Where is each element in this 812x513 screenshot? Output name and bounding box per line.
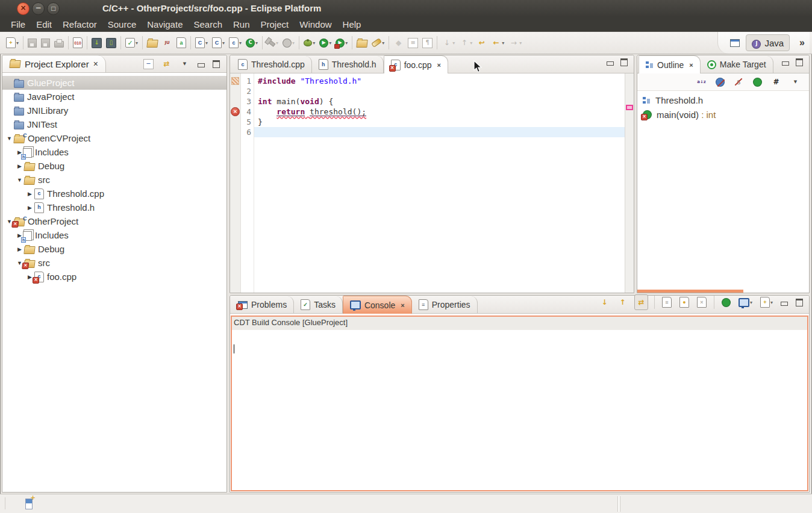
menu-navigate[interactable]: Navigate xyxy=(142,19,188,30)
close-view-icon[interactable]: × xyxy=(93,59,98,69)
expander-expanded-icon[interactable]: ▼ xyxy=(15,177,24,183)
tree-item-jnilibrary[interactable]: JNILibrary xyxy=(2,104,226,117)
show-whitespace-button[interactable]: ¶ xyxy=(421,36,434,50)
maximize-button[interactable] xyxy=(211,57,221,71)
menu-edit[interactable]: Edit xyxy=(31,19,57,30)
console-output[interactable] xyxy=(232,330,807,491)
open-console-button[interactable]: +▾ xyxy=(759,295,774,309)
tree-item-debug[interactable]: ▶Debug xyxy=(2,242,226,256)
tab-tasks[interactable]: ✓Tasks xyxy=(294,296,343,313)
close-tab-icon[interactable]: × xyxy=(689,61,693,69)
expander-expanded-icon[interactable]: ▼ xyxy=(5,135,14,141)
tab-threshold-h[interactable]: hThreshold.h xyxy=(312,56,384,73)
menu-project[interactable]: Project xyxy=(255,19,295,30)
android-sdk-manager-button[interactable]: ↓ xyxy=(90,36,103,50)
tree-item-threshold-h[interactable]: ▶hThreshold.h xyxy=(2,201,226,214)
maximize-button[interactable] xyxy=(795,295,804,309)
minimize-button[interactable] xyxy=(605,55,615,69)
tab-make-target[interactable]: Make Target xyxy=(701,56,773,73)
back-button[interactable]: ←▾ xyxy=(490,36,505,50)
window-maximize-button[interactable]: □ xyxy=(47,2,60,15)
minimize-button[interactable] xyxy=(196,57,206,71)
debug-button[interactable]: ▾ xyxy=(302,36,316,50)
menu-source[interactable]: Source xyxy=(102,19,142,30)
link-console-button[interactable]: ⇄ xyxy=(634,294,648,310)
code-editor[interactable]: #include "Threshold.h"int main(void) { r… xyxy=(254,73,625,293)
new-android-xml-button[interactable]: a xyxy=(175,36,187,50)
menu-run[interactable]: Run xyxy=(228,19,255,30)
view-menu-button[interactable]: ▼ xyxy=(789,75,802,89)
tree-item-threshold-cpp[interactable]: ▶cThreshold.cpp xyxy=(2,187,226,201)
tab-outline[interactable]: Outline× xyxy=(639,55,701,73)
menu-refactor[interactable]: Refactor xyxy=(57,19,102,30)
tree-item-jnitest[interactable]: JNITest xyxy=(2,117,226,131)
minimize-button[interactable] xyxy=(779,295,789,309)
forward-button[interactable]: →▾ xyxy=(507,36,523,50)
occurrence-marker[interactable] xyxy=(230,76,240,86)
java-perspective-button[interactable]: J Java xyxy=(746,34,790,51)
tab-properties[interactable]: ≡Properties xyxy=(412,296,478,313)
tab-threshold-cpp[interactable]: cThreshold.cpp xyxy=(231,56,312,73)
minimize-button[interactable] xyxy=(781,55,790,69)
tab-foo-cpp[interactable]: c×foo.cpp× xyxy=(384,55,448,73)
scroll-lock-button[interactable]: ● xyxy=(678,295,690,309)
fast-view-tray-icon[interactable] xyxy=(25,499,33,509)
clear-console-button[interactable]: × xyxy=(696,295,708,309)
scroll-to-bottom-button[interactable]: ↓ xyxy=(598,295,611,309)
run-external-button[interactable]: ▶▾ xyxy=(334,36,349,50)
toolbar-overflow-chevron[interactable]: » xyxy=(799,37,805,48)
window-close-button[interactable]: × xyxy=(17,2,30,15)
hide-fields-button[interactable] xyxy=(714,75,726,89)
hide-non-public-button[interactable] xyxy=(752,75,763,89)
display-console-button[interactable]: ▾ xyxy=(737,295,754,309)
print-button[interactable] xyxy=(53,36,65,50)
save-button[interactable] xyxy=(27,36,38,50)
sort-button[interactable]: a↓z xyxy=(695,75,708,89)
new-android-project-button[interactable] xyxy=(146,36,159,50)
tree-item-includes[interactable]: ▶hIncludes xyxy=(2,145,226,159)
expander-collapsed-icon[interactable]: ▶ xyxy=(15,163,24,169)
word-wrap-button[interactable]: ≡ xyxy=(661,295,673,309)
tree-item-foo-cpp[interactable]: ▶c×foo.cpp xyxy=(2,270,226,284)
search-button[interactable]: ▾ xyxy=(370,36,386,50)
run-button[interactable]: ▶▾ xyxy=(318,36,333,50)
show-source-button[interactable]: ≡ xyxy=(407,36,419,50)
android-device-manager-button[interactable]: ▯ xyxy=(105,36,117,50)
tab-problems[interactable]: ×Problems xyxy=(231,296,294,313)
link-with-editor-button[interactable]: ⇄ xyxy=(160,57,173,71)
view-menu-button[interactable]: ▼ xyxy=(178,57,191,71)
new-c-project-button[interactable]: C▾ xyxy=(194,36,209,50)
close-tab-icon[interactable]: × xyxy=(437,61,441,69)
save-all-button[interactable] xyxy=(40,36,51,50)
new-c-source-button[interactable]: c▾ xyxy=(228,36,243,50)
hide-inactive-button[interactable]: # xyxy=(770,75,782,89)
expander-collapsed-icon[interactable]: ▶ xyxy=(25,205,34,211)
error-marker[interactable]: × xyxy=(230,107,240,117)
toggle-checkbox-button[interactable]: ✓▾ xyxy=(124,36,139,50)
new-cpp-source-button[interactable]: C▾ xyxy=(211,36,226,50)
next-annotation-button[interactable]: ↓▾ xyxy=(440,36,456,50)
expander-collapsed-icon[interactable]: ▶ xyxy=(25,191,34,197)
editor-marker-gutter[interactable]: × xyxy=(230,73,241,293)
scroll-to-top-button[interactable]: ↑ xyxy=(616,295,629,309)
menu-help[interactable]: Help xyxy=(337,19,367,30)
collapse-all-button[interactable]: − xyxy=(142,57,155,71)
manage-configurations-button[interactable]: C▾ xyxy=(245,36,259,50)
format-button[interactable]: ◆ xyxy=(392,36,405,50)
hide-static-button[interactable]: s xyxy=(732,75,745,89)
tree-item-debug[interactable]: ▶Debug xyxy=(2,159,226,173)
outline-item-main-void[interactable]: ×main(void) : int xyxy=(637,107,809,122)
build-button[interactable]: ▾ xyxy=(266,36,280,50)
window-minimize-button[interactable]: − xyxy=(32,2,45,15)
expander-collapsed-icon[interactable]: ▶ xyxy=(15,246,24,252)
last-edit-location-button[interactable]: ↩ xyxy=(475,36,488,50)
tab-console[interactable]: Console× xyxy=(343,296,412,314)
previous-annotation-button[interactable]: ↑▾ xyxy=(458,36,473,50)
overview-ruler[interactable] xyxy=(625,73,634,293)
tab-project-explorer[interactable]: Project Explorer × xyxy=(2,55,106,72)
maximize-button[interactable] xyxy=(795,55,804,69)
tree-item-src[interactable]: ▼src xyxy=(2,173,226,187)
pin-console-button[interactable] xyxy=(720,295,732,309)
tree-item-otherproject[interactable]: ▼C×OtherProject xyxy=(2,214,226,228)
menu-search[interactable]: Search xyxy=(188,19,228,30)
